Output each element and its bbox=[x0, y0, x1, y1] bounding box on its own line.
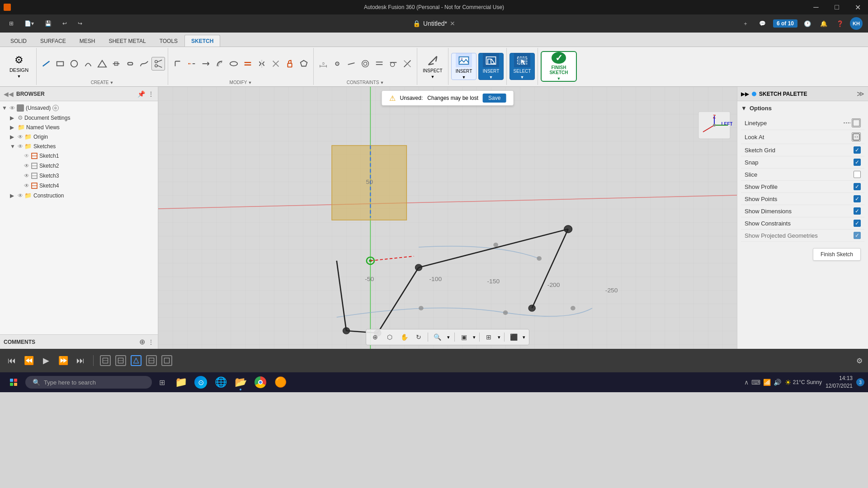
show-profile-checkbox[interactable]: ✓ bbox=[854, 183, 861, 190]
arc-button[interactable] bbox=[81, 57, 95, 70]
taskbar-app-files[interactable]: 📂 bbox=[231, 373, 250, 391]
offset-button[interactable] bbox=[213, 57, 226, 70]
line-button[interactable] bbox=[39, 57, 53, 70]
tab-tools[interactable]: TOOLS bbox=[153, 35, 184, 47]
browser-menu-icon[interactable]: ⋮ bbox=[148, 90, 154, 98]
eye-icon-construction[interactable]: 👁 bbox=[18, 192, 23, 199]
trim-button[interactable] bbox=[185, 57, 198, 70]
extend2-button[interactable] bbox=[199, 57, 212, 70]
tl-play-button[interactable]: ▶ bbox=[40, 354, 52, 367]
circle-button[interactable] bbox=[67, 57, 81, 70]
tl-first-button[interactable]: ⏮ bbox=[5, 354, 18, 367]
save-button[interactable]: Save bbox=[483, 94, 506, 103]
tl-settings-icon[interactable]: ⚙ bbox=[856, 357, 863, 365]
tree-item-origin[interactable]: ▶ 👁 📁 Origin bbox=[0, 132, 158, 141]
eye-icon-sketch2[interactable]: 👁 bbox=[24, 163, 29, 169]
zoom-dropdown-icon[interactable]: ▾ bbox=[445, 334, 452, 340]
slice-checkbox[interactable] bbox=[854, 171, 861, 178]
expand-icon-sketch1[interactable]: ▶ bbox=[16, 153, 23, 159]
view-cube-button[interactable]: ⬛ bbox=[507, 331, 520, 343]
tl-item-1[interactable] bbox=[100, 355, 111, 366]
viewport[interactable]: 50 -50 -100 -150 -200 -250 ⚠ Unsaved: Ch… bbox=[158, 87, 737, 349]
polygon-button[interactable] bbox=[297, 57, 311, 70]
taskview-button[interactable]: ⊞ bbox=[154, 374, 170, 390]
taskbar-app-explorer[interactable]: 📁 bbox=[172, 373, 190, 391]
palette-expand-icon[interactable]: ≫ bbox=[857, 89, 864, 98]
tree-item-sketch2[interactable]: ▶ 👁 Sketch2 bbox=[0, 161, 158, 171]
tl-last-button[interactable]: ⏭ bbox=[74, 354, 87, 367]
collinear-button[interactable] bbox=[344, 57, 358, 70]
taskbar-app-chrome[interactable] bbox=[251, 373, 269, 391]
cross-button[interactable] bbox=[269, 57, 283, 70]
start-button[interactable] bbox=[4, 372, 24, 392]
taskbar-app-browser[interactable]: 🌐 bbox=[212, 373, 230, 391]
undo-button[interactable]: ↩ bbox=[59, 19, 71, 28]
zoom-button[interactable]: 🔍 bbox=[431, 331, 443, 343]
tab-sheet-metal[interactable]: SHEET METAL bbox=[102, 35, 152, 47]
notification-badge[interactable]: 3 bbox=[856, 378, 864, 386]
comments-add-icon[interactable]: ⊕ bbox=[139, 338, 145, 346]
vp-btn2[interactable]: ⬡ bbox=[383, 331, 396, 343]
browser-collapse-icon[interactable]: ◀◀ bbox=[4, 90, 14, 98]
coincident-button[interactable] bbox=[330, 57, 344, 70]
taskbar-app-cortana[interactable]: ⊙ bbox=[192, 373, 210, 391]
tree-item-sketch1[interactable]: ▶ 👁 Sketch1 bbox=[0, 151, 158, 161]
perpendicular-button[interactable] bbox=[401, 57, 414, 70]
network-icon[interactable]: 📶 bbox=[763, 379, 771, 386]
app-menu-button[interactable]: ⊞ bbox=[5, 19, 17, 28]
redo-button[interactable]: ↪ bbox=[74, 19, 86, 28]
eye-hidden-sketch1[interactable]: 👁 bbox=[24, 153, 29, 159]
tangent-button[interactable] bbox=[387, 57, 400, 70]
display-dropdown-icon[interactable]: ▾ bbox=[472, 334, 476, 340]
tl-next-button[interactable]: ⏩ bbox=[57, 354, 70, 367]
tree-item-construction[interactable]: ▶ 👁 📁 Construction bbox=[0, 191, 158, 200]
grid-dropdown-icon[interactable]: ▾ bbox=[497, 334, 501, 340]
eye-icon-unsaved[interactable]: 👁 bbox=[9, 105, 15, 112]
concentric-button[interactable] bbox=[359, 57, 372, 70]
equal-button[interactable] bbox=[241, 57, 255, 70]
new-button[interactable]: 📄▾ bbox=[21, 19, 38, 28]
select-button[interactable]: SELECT ▼ bbox=[509, 53, 535, 80]
finish-sketch-button[interactable]: Finish Sketch bbox=[813, 248, 861, 261]
keyboard-icon[interactable]: ⌨ bbox=[751, 379, 760, 386]
expand-icon-named-views[interactable]: ▶ bbox=[10, 124, 16, 131]
chat-button[interactable]: 💬 bbox=[755, 19, 769, 28]
save-button[interactable]: 💾 bbox=[41, 19, 55, 28]
tab-sketch[interactable]: SKETCH bbox=[184, 35, 220, 47]
eye-icon-sketch4[interactable]: 👁 bbox=[24, 183, 29, 189]
expand-icon-sketches[interactable]: ▼ bbox=[10, 143, 16, 150]
tab-mesh[interactable]: MESH bbox=[73, 35, 102, 47]
expand-icon-sketch3[interactable]: ▶ bbox=[16, 173, 23, 179]
show-projected-checkbox[interactable]: ✓ bbox=[854, 232, 861, 239]
eye-icon-sketches[interactable]: 👁 bbox=[18, 143, 23, 150]
show-points-checkbox[interactable]: ✓ bbox=[854, 195, 861, 202]
scissors-button[interactable] bbox=[151, 57, 165, 70]
tree-item-sketch3[interactable]: ▶ 👁 Sketch3 bbox=[0, 171, 158, 181]
expand-icon-doc-settings[interactable]: ▶ bbox=[10, 115, 16, 121]
inspect-button[interactable]: INSPECT ▼ bbox=[420, 53, 445, 80]
insert-dxf-button[interactable]: INSERT ▼ bbox=[478, 53, 504, 80]
minimize-button[interactable]: ─ bbox=[806, 0, 826, 14]
view-cube-dropdown-icon[interactable]: ▾ bbox=[522, 334, 526, 340]
tab-solid[interactable]: SOLID bbox=[4, 35, 33, 47]
tl-item-2[interactable] bbox=[115, 355, 126, 366]
slot-button[interactable] bbox=[123, 57, 137, 70]
display-mode-button[interactable]: ▣ bbox=[458, 331, 470, 343]
tl-item-5[interactable] bbox=[161, 355, 172, 366]
eye-icon-sketch3[interactable]: 👁 bbox=[24, 173, 29, 179]
expand-icon-unsaved[interactable]: ▼ bbox=[2, 105, 8, 111]
insert-image-button[interactable]: INSERT ▼ bbox=[451, 53, 476, 80]
finish-sketch-ribbon-button[interactable]: ✓ FINISH SKETCH ▼ bbox=[541, 51, 577, 82]
taskbar-search[interactable]: 🔍 Type here to search bbox=[25, 376, 152, 389]
notification-bell-icon[interactable]: 🔔 bbox=[817, 17, 830, 30]
close-tab-icon[interactable]: ✕ bbox=[450, 20, 455, 27]
tl-item-4[interactable] bbox=[146, 355, 157, 366]
lock-button[interactable] bbox=[283, 57, 297, 70]
tree-item-sketch4[interactable]: ▶ 👁 Sketch4 bbox=[0, 181, 158, 191]
tree-item-unsaved[interactable]: ▼ 👁 (Unsaved) ⊕ bbox=[0, 103, 158, 113]
help-icon[interactable]: ❓ bbox=[834, 17, 846, 30]
rectangle-button[interactable] bbox=[53, 57, 67, 70]
grid-button[interactable]: ⊞ bbox=[482, 331, 495, 343]
close-button[interactable]: ✕ bbox=[847, 0, 868, 14]
ellipse-button[interactable] bbox=[227, 57, 241, 70]
